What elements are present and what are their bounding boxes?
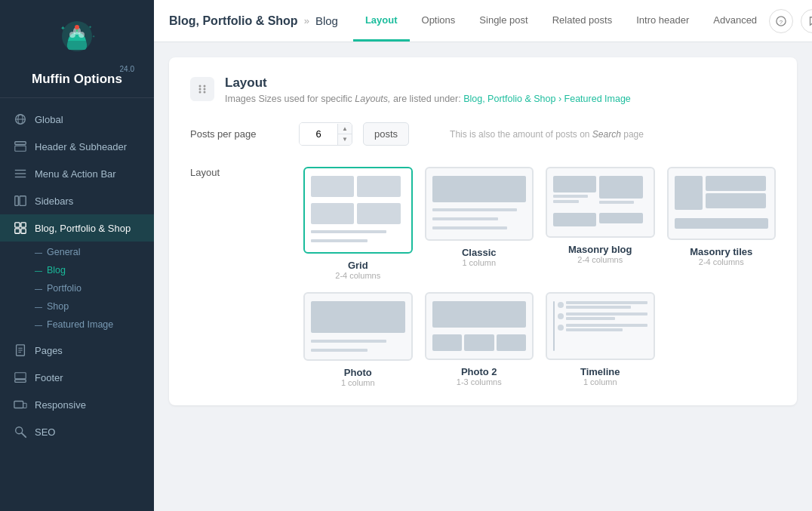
layout-grid: Grid 2-4 columns Classic xyxy=(303,167,776,387)
svg-rect-28 xyxy=(15,380,26,383)
drag-icon xyxy=(195,82,209,96)
svg-point-36 xyxy=(204,85,206,88)
layout-classic-sub: 1 column xyxy=(462,258,496,267)
sidebar-item-seo-label: SEO xyxy=(35,426,55,438)
seo-icon xyxy=(14,425,27,439)
layout-options-wrap: Grid 2-4 columns Classic xyxy=(303,167,776,387)
layout-masonry-tiles-sub: 2-4 columns xyxy=(699,257,744,266)
svg-rect-20 xyxy=(21,223,26,227)
layout-option-photo[interactable]: Photo 1 column xyxy=(303,292,413,387)
layout-option-masonry-blog[interactable]: Masonry blog 2-4 columns xyxy=(546,167,655,280)
svg-text:✦: ✦ xyxy=(88,25,92,29)
layout-thumb-classic xyxy=(425,167,534,241)
desc-link[interactable]: Blog, Portfolio & Shop › Featured Image xyxy=(463,94,631,104)
layout-thumb-photo xyxy=(303,292,413,361)
desc-middle: are listed under: xyxy=(391,94,464,104)
sub-item-general[interactable]: General xyxy=(27,243,154,261)
svg-rect-27 xyxy=(15,373,26,379)
layout-option-photo2[interactable]: Photo 2 1-3 columns xyxy=(425,292,534,387)
sidebar-item-sidebars-label: Sidebars xyxy=(35,195,73,207)
layout-option-grid[interactable]: Grid 2-4 columns xyxy=(303,167,413,280)
desc-prefix: Images Sizes used for specific xyxy=(225,94,355,104)
layout-photo-sub: 1 column xyxy=(341,378,375,387)
svg-point-3 xyxy=(78,32,85,38)
breadcrumb-sub: Blog xyxy=(315,14,338,27)
section-header-text: Layout Images Sizes used for specific La… xyxy=(225,75,631,104)
layout-timeline-name: Timeline xyxy=(580,366,620,377)
svg-line-32 xyxy=(22,433,26,437)
section-title: Layout xyxy=(225,75,631,91)
layout-option-masonry-tiles[interactable]: Masonry tiles 2-4 columns xyxy=(667,167,777,280)
sub-item-featured-label: Featured Image xyxy=(47,319,113,330)
sidebar-logo: ✦ ✦ ✦ 24.0 Muffin Options xyxy=(0,0,154,98)
sidebar-title: Muffin Options xyxy=(32,72,122,87)
section-description: Images Sizes used for specific Layouts, … xyxy=(225,94,631,104)
spinner-down[interactable]: ▼ xyxy=(338,134,352,145)
breadcrumb: Blog, Portfolio & Shop » Blog xyxy=(169,14,338,28)
hint-italic: Search xyxy=(592,129,621,140)
svg-point-35 xyxy=(199,85,201,88)
layout-thumb-photo2 xyxy=(425,292,534,360)
layout-thumb-grid xyxy=(303,167,413,254)
layout-label: Layout xyxy=(190,167,288,178)
sidebar-item-menu-label: Menu & Action Bar xyxy=(35,168,116,180)
sidebar: ✦ ✦ ✦ 24.0 Muffin Options Global Header … xyxy=(0,0,154,511)
svg-rect-17 xyxy=(15,196,19,206)
tab-options[interactable]: Options xyxy=(410,0,468,42)
posts-per-page-hint: This is also the amount of posts on Sear… xyxy=(450,129,644,140)
sub-item-general-label: General xyxy=(47,247,80,257)
tab-related-posts[interactable]: Related posts xyxy=(540,0,625,42)
layout-section: Layout Images Sizes used for specific La… xyxy=(169,57,797,405)
help-button[interactable]: ? xyxy=(769,9,793,33)
bookmark-button[interactable] xyxy=(801,9,812,33)
svg-point-37 xyxy=(199,88,201,91)
sidebar-item-sidebars[interactable]: Sidebars xyxy=(0,187,154,214)
posts-per-page-field: Posts per page ▲ ▼ posts This is also th… xyxy=(190,122,776,146)
layout-masonry-tiles-name: Masonry tiles xyxy=(690,246,752,257)
spinner-up[interactable]: ▲ xyxy=(338,124,352,134)
sub-item-portfolio[interactable]: Portfolio xyxy=(27,279,154,297)
sidebar-item-global[interactable]: Global xyxy=(0,106,154,133)
sub-item-shop-label: Shop xyxy=(47,301,69,312)
sidebar-item-footer[interactable]: Footer xyxy=(0,364,154,391)
svg-text:?: ? xyxy=(780,18,783,25)
layout-photo2-name: Photo 2 xyxy=(461,366,497,377)
svg-rect-29 xyxy=(14,402,23,408)
blog-sub-items: General Blog Portfolio Shop Featured Ima… xyxy=(0,242,154,337)
sidebar-item-header[interactable]: Header & Subheader xyxy=(0,133,154,160)
svg-rect-21 xyxy=(15,229,20,233)
layout-option-timeline[interactable]: Timeline 1 column xyxy=(546,292,655,387)
content-area: Layout Images Sizes used for specific La… xyxy=(154,42,812,511)
tab-single-post[interactable]: Single post xyxy=(467,0,540,42)
logo-icon: ✦ ✦ ✦ xyxy=(54,15,100,60)
layout-grid-sub: 2-4 columns xyxy=(335,271,380,280)
sidebar-item-seo[interactable]: SEO xyxy=(0,418,154,445)
svg-rect-12 xyxy=(15,142,26,145)
tab-advanced[interactable]: Advanced xyxy=(701,0,769,42)
sidebar-item-blog-label: Blog, Portfolio & Shop xyxy=(35,223,131,234)
tab-layout[interactable]: Layout xyxy=(353,0,410,42)
sidebar-item-responsive[interactable]: Responsive xyxy=(0,391,154,418)
pages-icon xyxy=(14,343,27,357)
sub-item-blog[interactable]: Blog xyxy=(27,261,154,279)
sidebar-item-pages-label: Pages xyxy=(35,345,63,356)
sidebar-item-header-label: Header & Subheader xyxy=(35,141,127,152)
topbar-actions: ? Save changes xyxy=(769,8,812,35)
svg-text:✦: ✦ xyxy=(92,34,95,38)
svg-point-38 xyxy=(204,88,206,91)
sidebar-item-blog[interactable]: Blog, Portfolio & Shop xyxy=(0,214,154,242)
layout-option-classic[interactable]: Classic 1 column xyxy=(425,167,534,280)
sidebar-item-menu[interactable]: Menu & Action Bar xyxy=(0,160,154,187)
breadcrumb-sep: » xyxy=(304,15,309,26)
tab-intro-header[interactable]: Intro header xyxy=(624,0,701,42)
svg-rect-13 xyxy=(15,146,26,151)
sidebar-item-pages[interactable]: Pages xyxy=(0,337,154,364)
sub-item-shop[interactable]: Shop xyxy=(27,297,154,316)
posts-per-page-input[interactable] xyxy=(300,123,337,145)
layout-photo-name: Photo xyxy=(344,367,372,378)
spinner-buttons: ▲ ▼ xyxy=(337,124,352,145)
svg-point-4 xyxy=(75,25,79,29)
sub-item-featured[interactable]: Featured Image xyxy=(27,316,154,334)
layout-timeline-sub: 1 column xyxy=(583,377,617,386)
responsive-icon xyxy=(14,398,27,411)
